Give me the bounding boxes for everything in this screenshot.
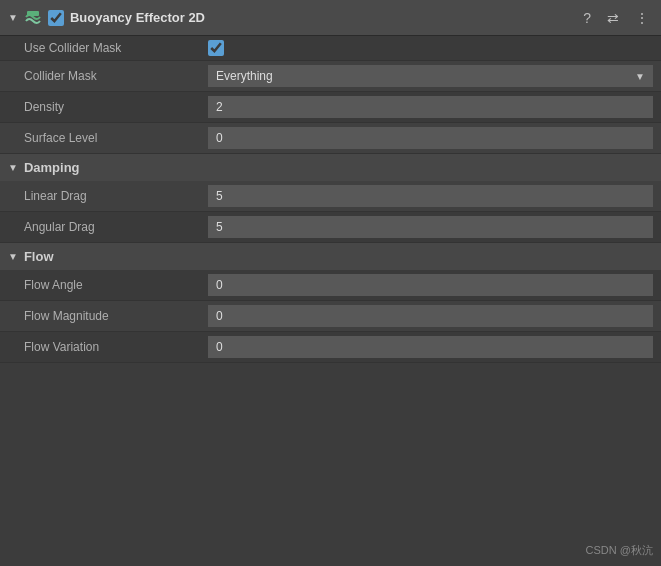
collider-mask-label: Collider Mask: [8, 69, 208, 83]
component-enabled-checkbox[interactable]: [48, 10, 64, 26]
angular-drag-input[interactable]: [208, 216, 653, 238]
use-collider-mask-row: Use Collider Mask: [0, 36, 661, 61]
damping-section-header[interactable]: ▼ Damping: [0, 154, 661, 181]
flow-angle-row: Flow Angle: [0, 270, 661, 301]
component-title: Buoyancy Effector 2D: [70, 10, 573, 25]
dropdown-arrow-icon: ▼: [635, 71, 645, 82]
collider-mask-value: Everything: [216, 69, 273, 83]
flow-variation-label: Flow Variation: [8, 340, 208, 354]
angular-drag-row: Angular Drag: [0, 212, 661, 243]
linear-drag-input[interactable]: [208, 185, 653, 207]
settings-button[interactable]: ⇄: [603, 8, 623, 28]
surface-level-input[interactable]: [208, 127, 653, 149]
density-label: Density: [8, 100, 208, 114]
flow-magnitude-row: Flow Magnitude: [0, 301, 661, 332]
component-header: ▼ Buoyancy Effector 2D ? ⇄ ⋮: [0, 0, 661, 36]
flow-angle-input[interactable]: [208, 274, 653, 296]
flow-variation-input[interactable]: [208, 336, 653, 358]
linear-drag-label: Linear Drag: [8, 189, 208, 203]
watermark: CSDN @秋沆: [586, 543, 653, 558]
damping-section-title: Damping: [24, 160, 80, 175]
help-button[interactable]: ?: [579, 8, 595, 28]
use-collider-mask-checkbox-wrapper: [208, 40, 224, 56]
flow-magnitude-input[interactable]: [208, 305, 653, 327]
flow-arrow-icon: ▼: [8, 251, 18, 262]
density-input[interactable]: [208, 96, 653, 118]
flow-magnitude-label: Flow Magnitude: [8, 309, 208, 323]
component-icon: [24, 9, 42, 27]
flow-section-title: Flow: [24, 249, 54, 264]
collider-mask-dropdown-wrapper: Everything ▼: [208, 65, 653, 87]
use-collider-mask-checkbox[interactable]: [208, 40, 224, 56]
angular-drag-label: Angular Drag: [8, 220, 208, 234]
svg-rect-0: [27, 11, 39, 16]
linear-drag-row: Linear Drag: [0, 181, 661, 212]
density-row: Density: [0, 92, 661, 123]
flow-section-header[interactable]: ▼ Flow: [0, 243, 661, 270]
flow-angle-label: Flow Angle: [8, 278, 208, 292]
surface-level-label: Surface Level: [8, 131, 208, 145]
collider-mask-row: Collider Mask Everything ▼: [0, 61, 661, 92]
more-button[interactable]: ⋮: [631, 8, 653, 28]
surface-level-row: Surface Level: [0, 123, 661, 154]
collapse-arrow[interactable]: ▼: [8, 12, 18, 23]
use-collider-mask-label: Use Collider Mask: [8, 41, 208, 55]
damping-arrow-icon: ▼: [8, 162, 18, 173]
header-actions: ? ⇄ ⋮: [579, 8, 653, 28]
flow-variation-row: Flow Variation: [0, 332, 661, 363]
collider-mask-dropdown[interactable]: Everything ▼: [208, 65, 653, 87]
